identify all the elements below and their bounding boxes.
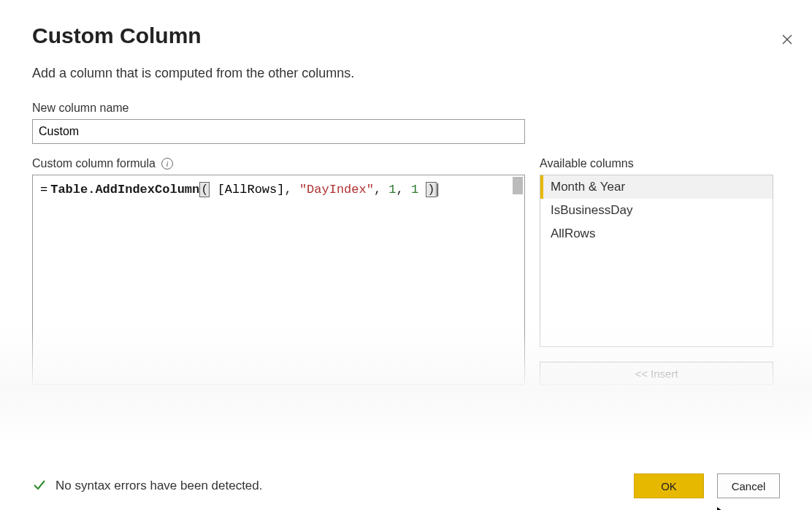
text-caret bbox=[437, 183, 438, 197]
available-columns-list[interactable]: Month & Year IsBusinessDay AllRows bbox=[540, 175, 773, 347]
ok-button[interactable]: OK bbox=[634, 473, 704, 498]
dialog-subtitle: Add a column that is computed from the o… bbox=[32, 66, 780, 81]
status-row: No syntax errors have been detected. bbox=[32, 477, 263, 495]
formula-eq: = bbox=[40, 183, 50, 197]
info-icon[interactable]: i bbox=[161, 158, 173, 170]
formula-scrollbar[interactable] bbox=[513, 177, 523, 194]
column-name-input[interactable] bbox=[32, 119, 525, 144]
formula-arg4: 1 bbox=[411, 183, 418, 197]
close-icon bbox=[781, 34, 793, 45]
formula-editor[interactable]: =Table.AddIndexColumn( [AllRows], "DayIn… bbox=[32, 175, 525, 385]
formula-comma1: , bbox=[284, 183, 299, 197]
formula-comma2: , bbox=[374, 183, 388, 197]
formula-arg1-ident: AllRows bbox=[225, 183, 277, 197]
column-name-label: New column name bbox=[32, 102, 780, 115]
formula-arg2: "DayIndex" bbox=[299, 183, 374, 197]
formula-arg1-close: ] bbox=[277, 183, 284, 197]
close-button[interactable] bbox=[778, 31, 796, 48]
learn-link[interactable]: Learn about Power Query formulas bbox=[32, 394, 214, 407]
check-icon bbox=[32, 477, 47, 495]
cursor-icon bbox=[716, 506, 732, 510]
available-column-item[interactable]: AllRows bbox=[540, 222, 773, 246]
insert-button[interactable]: << Insert bbox=[540, 362, 773, 385]
formula-func: Table.AddIndexColumn bbox=[50, 183, 199, 197]
formula-arg1-open: [ bbox=[218, 183, 225, 197]
available-column-item[interactable]: IsBusinessDay bbox=[540, 199, 773, 222]
formula-open-paren: ( bbox=[199, 182, 210, 197]
available-columns-label: Available columns bbox=[540, 157, 773, 170]
formula-comma3: , bbox=[397, 183, 411, 197]
formula-label-row: Custom column formula i bbox=[32, 157, 525, 170]
formula-close-paren: ) bbox=[426, 182, 436, 197]
dialog-footer: No syntax errors have been detected. OK … bbox=[32, 473, 780, 498]
dialog-title: Custom Column bbox=[32, 23, 780, 48]
formula-arg3: 1 bbox=[388, 183, 396, 197]
custom-column-dialog: Custom Column Add a column that is compu… bbox=[0, 23, 812, 510]
status-text: No syntax errors have been detected. bbox=[55, 479, 263, 493]
formula-label: Custom column formula bbox=[32, 157, 156, 170]
cancel-button[interactable]: Cancel bbox=[717, 473, 780, 498]
available-column-item[interactable]: Month & Year bbox=[540, 175, 773, 199]
